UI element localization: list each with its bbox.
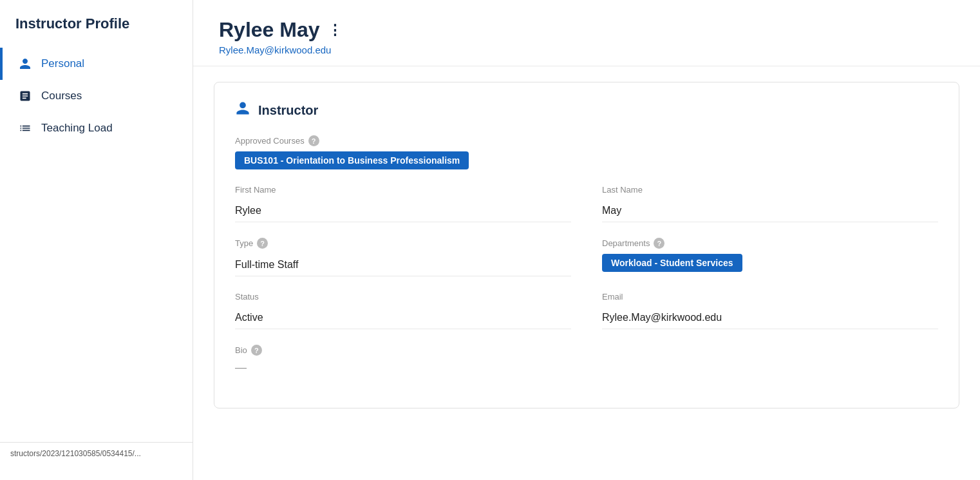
approved-courses-label: Approved Courses ? — [235, 135, 938, 146]
sidebar-title: Instructor Profile — [0, 15, 193, 48]
approved-courses-section: Approved Courses ? BUS101 - Orientation … — [235, 135, 938, 169]
email-value: Rylee.May@kirkwood.edu — [602, 307, 938, 329]
first-name-value: Rylee — [235, 200, 571, 222]
status-block: Status Active — [235, 292, 571, 329]
departments-help-icon[interactable]: ? — [654, 238, 664, 249]
instructor-icon — [235, 101, 250, 120]
type-block: Type ? Full-time Staff — [235, 238, 571, 276]
book-icon — [18, 89, 32, 103]
sidebar-item-courses-label: Courses — [41, 90, 82, 102]
sidebar: Instructor Profile Personal Courses Teac… — [0, 0, 193, 480]
sidebar-item-personal-label: Personal — [41, 57, 84, 70]
first-name-label: First Name — [235, 185, 571, 195]
sidebar-nav: Personal Courses Teaching Load — [0, 48, 193, 144]
type-value: Full-time Staff — [235, 254, 571, 276]
bio-help-icon[interactable]: ? — [251, 345, 262, 356]
card-section-title: Instructor — [258, 103, 318, 118]
email-label: Email — [602, 292, 938, 302]
approved-courses-help-icon[interactable]: ? — [308, 135, 319, 146]
department-chip[interactable]: Workload - Student Services — [602, 254, 742, 272]
first-name-block: First Name Rylee — [235, 185, 571, 222]
type-help-icon[interactable]: ? — [257, 238, 268, 249]
more-options-icon[interactable]: ⋮ — [328, 22, 343, 39]
instructor-card: Instructor Approved Courses ? BUS101 - O… — [214, 82, 959, 408]
email-block: Email Rylee.May@kirkwood.edu — [602, 292, 938, 329]
profile-email[interactable]: Rylee.May@kirkwood.edu — [219, 44, 954, 55]
sidebar-item-personal[interactable]: Personal — [0, 48, 193, 80]
departments-block: Departments ? Workload - Student Service… — [602, 238, 938, 276]
last-name-label: Last Name — [602, 185, 938, 195]
last-name-value: May — [602, 200, 938, 222]
status-label: Status — [235, 292, 571, 302]
list-icon — [18, 121, 32, 135]
type-label: Type ? — [235, 238, 571, 249]
approved-course-chip[interactable]: BUS101 - Orientation to Business Profess… — [235, 151, 469, 169]
status-value: Active — [235, 307, 571, 329]
bio-block: Bio ? — — [235, 345, 938, 374]
sidebar-item-teaching-load-label: Teaching Load — [41, 122, 113, 135]
sidebar-item-teaching-load[interactable]: Teaching Load — [0, 112, 193, 144]
profile-header: Rylee May ⋮ Rylee.May@kirkwood.edu — [193, 0, 980, 66]
profile-name: Rylee May — [219, 18, 320, 42]
sidebar-item-courses[interactable]: Courses — [0, 80, 193, 112]
departments-label: Departments ? — [602, 238, 938, 249]
last-name-block: Last Name May — [602, 185, 938, 222]
bio-label: Bio ? — [235, 345, 938, 356]
card-section-header: Instructor — [235, 101, 938, 120]
person-icon — [18, 57, 32, 71]
main-content: Rylee May ⋮ Rylee.May@kirkwood.edu Instr… — [193, 0, 980, 480]
sidebar-url: structors/2023/121030585/0534415/... — [0, 442, 193, 465]
fields-grid: First Name Rylee Last Name May Type ? Fu… — [235, 185, 938, 345]
bio-value: — — [235, 361, 938, 374]
